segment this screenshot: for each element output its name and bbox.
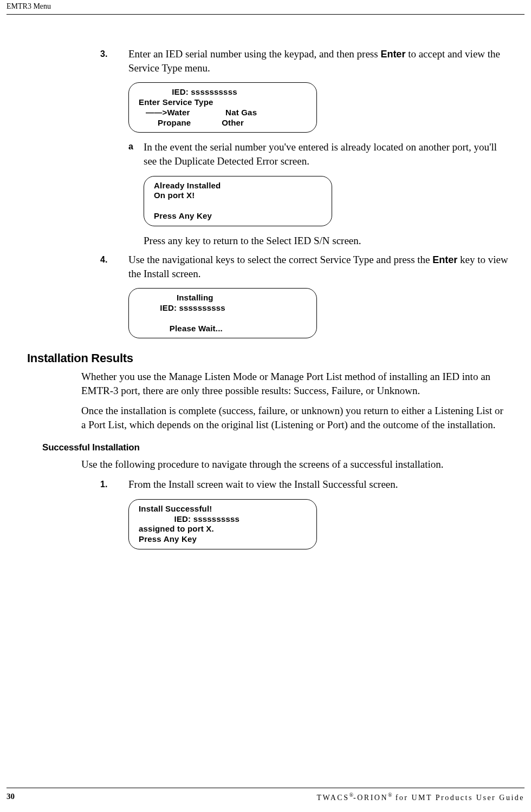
paragraph: Once the installation is complete (succe… [81,404,509,431]
heading-successful-installation: Successful Installation [42,442,509,454]
page-footer: 30 TWACS®-ORION® for UMT Products User G… [7,788,524,802]
screen-installing: Installing IED: ssssssssss Please Wait..… [128,288,317,338]
step-text: Enter an IED serial number using the key… [128,48,380,60]
substep-text: In the event the serial number you've en… [144,140,509,168]
substep-after-text: Press any key to return to the Select IE… [144,234,509,248]
header-section-label: EMTR3 Menu [0,0,531,14]
step-3: 3. Enter an IED serial number using the … [22,47,509,75]
step-3-substeps: a In the event the serial number you've … [128,140,509,168]
substep-letter: a [128,140,144,168]
page-number: 30 [7,792,15,802]
enter-key-label: Enter [380,49,405,60]
screen-install-success: Install Successful! IED: ssssssssss assi… [128,499,317,549]
step-number: 1. [22,477,128,492]
screen-already-installed-container: Already Installed On port X! Press Any K… [144,176,509,226]
step-number: 3. [22,47,128,75]
screen-install-success-container: Install Successful! IED: ssssssssss assi… [128,499,509,549]
footer-title-part: for UMT Products User Guide [392,794,524,802]
heading-installation-results: Installation Results [27,350,509,366]
footer-title: TWACS®-ORION® for UMT Products User Guid… [316,792,524,802]
registered-mark: ® [349,792,353,798]
step-body: Use the navigational keys to select the … [128,253,509,280]
step-1b: 1. From the Install screen wait to view … [22,477,509,492]
step-body: Enter an IED serial number using the key… [128,47,509,75]
step-4: 4. Use the navigational keys to select t… [22,253,509,280]
enter-key-label: Enter [432,254,457,265]
footer-title-part: TWACS [316,794,349,802]
footer-rule [7,788,524,788]
paragraph: Use the following procedure to navigate … [81,457,509,472]
substep-a: a In the event the serial number you've … [128,140,509,168]
registered-mark: ® [388,792,392,798]
screen-installing-container: Installing IED: ssssssssss Please Wait..… [128,288,509,338]
screen-already-installed: Already Installed On port X! Press Any K… [144,176,332,226]
screen-service-type-container: IED: ssssssssss Enter Service Type ——>Wa… [128,82,509,133]
screen-service-type: IED: ssssssssss Enter Service Type ——>Wa… [128,82,317,133]
footer-row: 30 TWACS®-ORION® for UMT Products User G… [7,792,524,802]
page-content: 3. Enter an IED serial number using the … [0,15,531,549]
step-number: 4. [22,253,128,280]
step-text: Use the navigational keys to select the … [128,254,432,265]
paragraph: Whether you use the Manage Listen Mode o… [81,370,509,397]
step-body: From the Install screen wait to view the… [128,477,509,492]
footer-title-part: -ORION [353,794,388,802]
